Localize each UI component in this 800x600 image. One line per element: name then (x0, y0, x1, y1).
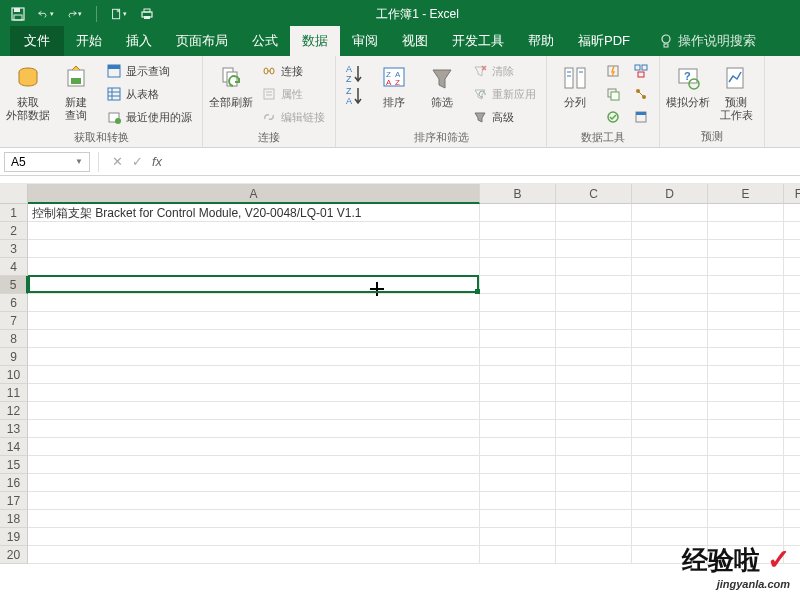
cell[interactable] (480, 546, 556, 564)
recent-sources-button[interactable]: 最近使用的源 (102, 106, 196, 128)
cell[interactable] (784, 294, 800, 312)
cell[interactable] (556, 348, 632, 366)
cell[interactable] (784, 204, 800, 222)
cell[interactable] (632, 312, 708, 330)
cell[interactable] (480, 474, 556, 492)
cell[interactable] (784, 312, 800, 330)
row-header[interactable]: 8 (0, 330, 28, 348)
cell[interactable] (632, 492, 708, 510)
cell[interactable] (708, 510, 784, 528)
cell[interactable] (556, 330, 632, 348)
cell[interactable] (556, 420, 632, 438)
tell-me-search[interactable]: 操作说明搜索 (650, 26, 766, 56)
cell[interactable] (784, 456, 800, 474)
cell[interactable] (556, 438, 632, 456)
new-query-button[interactable]: 新建 查询 (54, 60, 98, 122)
show-queries-button[interactable]: 显示查询 (102, 60, 196, 82)
reapply-button[interactable]: 重新应用 (468, 83, 540, 105)
cell[interactable] (28, 294, 480, 312)
cell[interactable] (556, 492, 632, 510)
row-header[interactable]: 2 (0, 222, 28, 240)
cell[interactable] (28, 456, 480, 474)
cell[interactable] (28, 402, 480, 420)
tab-view[interactable]: 视图 (390, 26, 440, 56)
cell[interactable] (784, 222, 800, 240)
cell[interactable] (28, 222, 480, 240)
column-headers[interactable]: ABCDEF (28, 184, 800, 204)
tab-review[interactable]: 审阅 (340, 26, 390, 56)
sort-button[interactable]: ZAAZ 排序 (372, 60, 416, 109)
data-validation-button[interactable] (601, 106, 625, 128)
cell[interactable] (556, 402, 632, 420)
cell[interactable] (556, 366, 632, 384)
cell[interactable] (632, 510, 708, 528)
cell[interactable] (632, 294, 708, 312)
row-header[interactable]: 19 (0, 528, 28, 546)
cell[interactable] (480, 420, 556, 438)
print-preview-icon[interactable] (139, 6, 155, 22)
from-table-button[interactable]: 从表格 (102, 83, 196, 105)
row-header[interactable]: 15 (0, 456, 28, 474)
cell[interactable] (28, 258, 480, 276)
cell[interactable] (28, 420, 480, 438)
formula-input[interactable] (167, 152, 800, 172)
cell[interactable] (632, 402, 708, 420)
cell[interactable] (480, 402, 556, 420)
cell[interactable] (784, 276, 800, 294)
cell[interactable] (480, 276, 556, 294)
cell[interactable] (708, 474, 784, 492)
cancel-formula-icon[interactable]: ✕ (107, 154, 127, 169)
cell[interactable] (784, 402, 800, 420)
cell[interactable] (480, 492, 556, 510)
sort-az-button[interactable]: AZZA (342, 60, 368, 106)
cell[interactable] (708, 312, 784, 330)
cell[interactable] (784, 366, 800, 384)
cell[interactable] (708, 366, 784, 384)
connections-button[interactable]: 连接 (257, 60, 329, 82)
row-header[interactable]: 13 (0, 420, 28, 438)
cell[interactable] (632, 384, 708, 402)
cell[interactable] (784, 474, 800, 492)
cell[interactable] (632, 456, 708, 474)
cell[interactable] (480, 456, 556, 474)
cell[interactable] (632, 438, 708, 456)
cell[interactable] (28, 330, 480, 348)
cell[interactable] (28, 240, 480, 258)
cell[interactable] (708, 420, 784, 438)
cell[interactable] (708, 330, 784, 348)
cell[interactable] (28, 366, 480, 384)
edit-links-button[interactable]: 编辑链接 (257, 106, 329, 128)
cell[interactable] (480, 258, 556, 276)
cell[interactable] (28, 312, 480, 330)
clear-filter-button[interactable]: 清除 (468, 60, 540, 82)
cell[interactable] (480, 438, 556, 456)
cell[interactable] (28, 438, 480, 456)
select-all-corner[interactable] (0, 184, 28, 204)
cell[interactable] (28, 546, 480, 564)
cell[interactable] (708, 402, 784, 420)
cell[interactable] (632, 420, 708, 438)
cell[interactable] (708, 456, 784, 474)
cell[interactable] (708, 438, 784, 456)
cell[interactable] (556, 276, 632, 294)
cell[interactable] (784, 420, 800, 438)
cell[interactable] (632, 258, 708, 276)
cell[interactable] (28, 528, 480, 546)
tab-insert[interactable]: 插入 (114, 26, 164, 56)
relationships-button[interactable] (629, 83, 653, 105)
cell[interactable] (708, 492, 784, 510)
cell[interactable] (28, 510, 480, 528)
column-header[interactable]: F (784, 184, 800, 204)
whatif-button[interactable]: ? 模拟分析 (666, 60, 710, 109)
spreadsheet-grid[interactable]: ABCDEF 1234567891011121314151617181920 控… (0, 184, 800, 600)
cell[interactable] (784, 330, 800, 348)
tab-developer[interactable]: 开发工具 (440, 26, 516, 56)
flash-fill-button[interactable] (601, 60, 625, 82)
cell[interactable] (632, 276, 708, 294)
row-header[interactable]: 18 (0, 510, 28, 528)
cell[interactable] (632, 366, 708, 384)
cell[interactable] (480, 384, 556, 402)
cell[interactable] (556, 258, 632, 276)
tab-home[interactable]: 开始 (64, 26, 114, 56)
cell[interactable] (28, 276, 480, 294)
